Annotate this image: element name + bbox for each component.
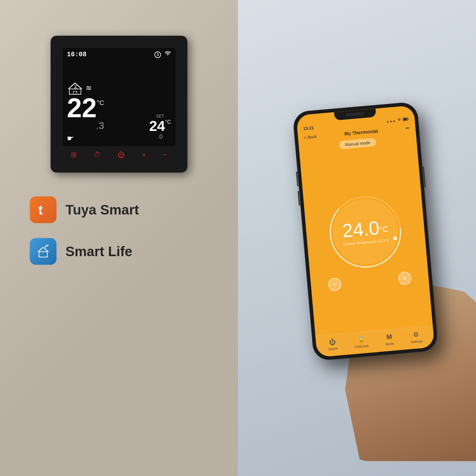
svg-rect-8	[403, 118, 407, 120]
svg-rect-9	[408, 118, 409, 120]
phone-screen: 13:21 ▲▲▲	[296, 105, 435, 357]
brands-section: t Tuya Smart Smart Life	[0, 196, 238, 265]
set-temp-unit: °C	[379, 224, 389, 234]
side-button-vol-up	[296, 172, 298, 187]
temperature-circle: 24.0°C Current Temperature: 22.3°C	[323, 190, 407, 274]
thermostat-buttons: ⊞ ⏱ ⏻ + −	[62, 146, 176, 160]
left-panel: 16:08 3	[0, 0, 238, 476]
lcd-display: 16:08 3	[62, 48, 176, 146]
side-button-vol-down	[298, 191, 300, 206]
battery-icon	[403, 117, 409, 122]
nav-switch[interactable]: ⏻ Switch	[327, 338, 338, 351]
status-time: 13:21	[303, 125, 314, 131]
phone-container: 13:21 ▲▲▲	[292, 101, 439, 361]
side-button-power	[423, 166, 426, 187]
status-icons: ▲▲▲	[386, 117, 409, 123]
set-temp-value: 24.0	[342, 217, 380, 242]
right-panel: 13:21 ▲▲▲	[238, 0, 476, 476]
phone-outer: 13:21 ▲▲▲	[292, 101, 439, 361]
clock-icon[interactable]: ⏱	[94, 151, 101, 159]
lcd-right: SET 24 °C .0	[149, 114, 171, 143]
plus-icon[interactable]: +	[142, 151, 146, 159]
smartlife-brand-name: Smart Life	[65, 243, 132, 259]
lcd-main: ≋ 22 °C .3 ☛ SET 24 °C .0	[67, 60, 171, 143]
mode-icon: M	[386, 333, 392, 341]
svg-rect-5	[39, 252, 47, 257]
lcd-left: ≋ 22 °C .3 ☛	[67, 81, 104, 143]
touch-icon: ☛	[67, 134, 74, 143]
app-title: My Thermostat	[344, 128, 378, 137]
smartlife-logo	[30, 238, 57, 265]
edit-icon[interactable]: ✏	[405, 125, 410, 131]
temp-circle-content: 24.0°C Current Temperature: 22.3°C	[342, 217, 389, 246]
set-temp: 24	[149, 119, 165, 133]
smartlife-brand: Smart Life	[30, 238, 238, 265]
lcd-icons: 3	[154, 51, 171, 58]
program-number: 3	[154, 51, 161, 58]
settings-icon: ⚙	[413, 331, 419, 339]
childlock-label: Child lock	[354, 344, 369, 349]
tuya-brand-name: Tuya Smart	[65, 202, 139, 218]
set-temp-display: 24 °C	[149, 119, 171, 133]
heat-waves-icon: ≋	[86, 84, 91, 92]
nav-settings[interactable]: ⚙ Settings	[410, 330, 423, 344]
nav-mode[interactable]: M Mode	[385, 333, 394, 346]
childlock-icon: 🔒	[357, 335, 365, 344]
switch-icon: ⏻	[329, 338, 336, 346]
wifi-icon	[165, 51, 171, 58]
current-temp-decimal: .3	[96, 120, 104, 131]
svg-text:t: t	[38, 203, 43, 217]
power-icon[interactable]: ⏻	[118, 151, 125, 159]
minus-icon[interactable]: −	[163, 151, 167, 159]
set-temperature-display: 24.0°C	[342, 217, 389, 240]
current-temp-unit: °C	[97, 99, 104, 107]
current-temp: 22	[67, 96, 97, 120]
thermostat-time: 16:08	[67, 51, 87, 58]
back-button[interactable]: < Back	[304, 134, 317, 140]
mode-badge[interactable]: Manual mode	[339, 138, 377, 149]
signal-icon: ▲▲▲	[386, 119, 396, 123]
current-temp-display: 22 °C	[67, 96, 104, 120]
set-temp-unit: °C	[165, 119, 171, 125]
settings-label: Settings	[411, 339, 423, 344]
temp-increase-button[interactable]: +	[398, 271, 412, 286]
temp-circle-area: 24.0°C Current Temperature: 22.3°C − +	[300, 145, 433, 336]
thermostat-device: 16:08 3	[51, 36, 187, 173]
tuya-brand: t Tuya Smart	[30, 196, 238, 223]
temp-decrease-button[interactable]: −	[328, 277, 342, 292]
set-temp-decimal: .0	[158, 133, 163, 140]
menu-icon[interactable]: ⊞	[71, 151, 77, 159]
tuya-logo: t	[30, 196, 57, 223]
temp-controls: − +	[328, 271, 412, 292]
switch-label: Switch	[328, 347, 338, 351]
nav-childlock[interactable]: 🔒 Child lock	[354, 335, 369, 349]
set-label: SET	[156, 114, 164, 118]
lcd-top-row: 16:08 3	[67, 51, 171, 58]
mode-label: Mode	[386, 342, 394, 346]
svg-point-6	[45, 247, 46, 248]
wifi-status-icon	[397, 118, 401, 122]
